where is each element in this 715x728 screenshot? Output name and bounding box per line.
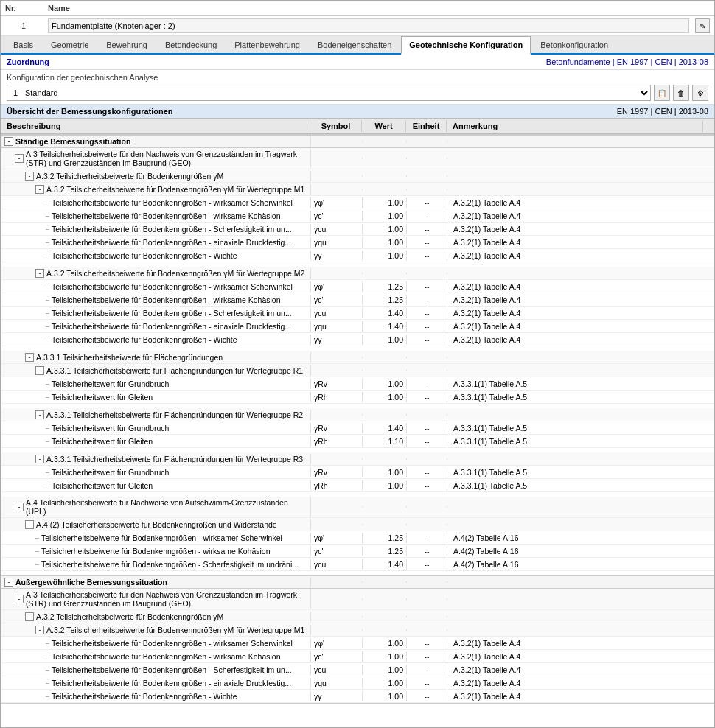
expand-icon[interactable]: - (15, 503, 24, 511)
list-item[interactable]: –Teilsicherheitswert für GleitenγRh1.10-… (1, 435, 714, 448)
list-item[interactable]: –Teilsicherheitsbeiwerte für Bodenkenngr… (1, 280, 714, 293)
list-item[interactable]: –Teilsicherheitsbeiwerte für Bodenkenngr… (1, 196, 714, 209)
tree-group[interactable]: -A.3 Teilsicherheitsbeiwerte für den Nac… (1, 589, 714, 610)
tree-wrapper: -Ständige Bemessungssituation-A.3 Teilsi… (1, 134, 714, 727)
row-label: Teilsicherheitsbeiwerte für Bodenkenngrö… (52, 322, 291, 331)
row-label: Teilsicherheitsbeiwerte für Bodenkenngrö… (52, 639, 293, 648)
tree-group[interactable]: -A.3.2 Teilsicherheitsbeiwerte für Boden… (1, 169, 714, 183)
row-unit (407, 273, 447, 274)
row-note: A.3.2(1) Tabelle A.4 (447, 678, 714, 688)
list-item[interactable]: –Teilsicherheitsbeiwerte für Bodenkenngr… (1, 545, 714, 558)
list-item[interactable]: –Teilsicherheitsbeiwerte für Bodenkenngr… (1, 223, 714, 236)
tab-basis[interactable]: Basis (5, 36, 41, 53)
config-delete-btn[interactable]: 🗑 (673, 85, 689, 101)
list-item[interactable]: –Teilsicherheitsbeiwerte für Bodenkenngr… (1, 307, 714, 320)
expand-icon[interactable]: - (4, 137, 13, 146)
expand-icon[interactable]: - (35, 410, 44, 419)
tree-group[interactable]: -A.3.3.1 Teilsicherheitsbeiwerte für Flä… (1, 408, 714, 421)
tree-group[interactable]: -A.3 Teilsicherheitsbeiwerte für den Nac… (1, 148, 714, 169)
config-select[interactable]: 1 - Standard (7, 85, 651, 101)
expand-icon[interactable]: - (15, 154, 24, 163)
header-row: Nr. Name (1, 1, 714, 16)
row-unit: -- (407, 423, 447, 433)
expand-icon[interactable]: - (4, 578, 13, 587)
tree-group[interactable]: -A.3.2 Teilsicherheitsbeiwerte für Boden… (1, 610, 714, 623)
list-item[interactable]: –Teilsicherheitsbeiwerte für Bodenkenngr… (1, 637, 714, 650)
tab-bewehrung[interactable]: Bewehrung (98, 36, 156, 53)
row-note: A.4(2) Tabelle A.16 (447, 546, 714, 556)
row-label: A.4 (2) Teilsicherheitsbeiwerte für Bode… (36, 520, 277, 529)
row-value (363, 175, 407, 177)
list-item[interactable]: –Teilsicherheitsbeiwerte für Bodenkenngr… (1, 690, 714, 703)
tree-group[interactable]: -A.3.3.1 Teilsicherheitsbeiwerte für Flä… (1, 452, 714, 466)
tab-betondeckung[interactable]: Betondeckung (157, 36, 225, 53)
row-symbol (311, 458, 363, 460)
name-column-header: Name (48, 4, 710, 13)
tree-group[interactable]: -A.3.2 Teilsicherheitsbeiwerte für Boden… (1, 623, 714, 637)
row-unit (407, 370, 447, 371)
row-symbol (311, 189, 363, 190)
config-settings-btn[interactable]: ⚙ (692, 85, 708, 101)
expand-icon[interactable]: - (25, 520, 34, 529)
expand-icon[interactable]: - (25, 172, 34, 181)
list-item[interactable]: –Teilsicherheitsbeiwerte für Bodenkenngr… (1, 236, 714, 249)
tree-group[interactable]: -A.3.2 Teilsicherheitsbeiwerte für Boden… (1, 183, 714, 196)
expand-icon[interactable]: - (25, 353, 34, 362)
list-item[interactable]: –Teilsicherheitsbeiwerte für Bodenkenngr… (1, 650, 714, 663)
row-value (363, 158, 407, 159)
tree-group[interactable]: -A.3.3.1 Teilsicherheitsbeiwerte für Flä… (1, 351, 714, 364)
row-value: 1.40 (363, 321, 407, 332)
tab-geometrie[interactable]: Geometrie (43, 36, 97, 53)
leaf-dash: – (35, 534, 39, 542)
list-item[interactable]: –Teilsicherheitsbeiwerte für Bodenkenngr… (1, 320, 714, 333)
row-unit: -- (407, 392, 447, 402)
leaf-dash: – (46, 469, 49, 476)
list-item[interactable]: –Teilsicherheitswert für GleitenγRh1.00-… (1, 479, 714, 492)
tab-geotechnische[interactable]: Geotechnische Konfiguration (401, 36, 531, 55)
list-item[interactable]: –Teilsicherheitswert für GleitenγRh1.00-… (1, 391, 714, 404)
list-item[interactable]: –Teilsicherheitsbeiwerte für Bodenkenngr… (1, 676, 714, 690)
row-label: Teilsicherheitsbeiwerte für Bodenkenngrö… (52, 198, 293, 207)
tree-group[interactable]: -A.3.3.1 Teilsicherheitsbeiwerte für Flä… (1, 364, 714, 377)
expand-icon[interactable]: - (35, 269, 44, 278)
leaf-dash: – (46, 323, 49, 330)
row-label: A.3.3.1 Teilsicherheitsbeiwerte für Fläc… (36, 353, 223, 362)
list-item[interactable]: –Teilsicherheitswert für GrundbruchγRv1.… (1, 466, 714, 479)
edit-button[interactable]: ✎ (695, 18, 710, 33)
expand-icon[interactable]: - (35, 626, 44, 634)
row-note: A.3.2(1) Tabelle A.4 (447, 224, 714, 234)
tree-group[interactable]: -A.4 (2) Teilsicherheitsbeiwerte für Bod… (1, 518, 714, 531)
list-item[interactable]: –Teilsicherheitsbeiwerte für Bodenkenngr… (1, 249, 714, 262)
list-item[interactable]: –Teilsicherheitsbeiwerte für Bodenkenngr… (1, 209, 714, 223)
tree-container[interactable]: -Ständige Bemessungssituation-A.3 Teilsi… (1, 134, 714, 704)
expand-icon[interactable]: - (15, 595, 24, 603)
tab-bodeneigenschaften[interactable]: Bodeneigenschaften (310, 36, 400, 53)
row-label: Teilsicherheitsbeiwerte für Bodenkenngrö… (52, 295, 281, 304)
tab-betonkonfiguration[interactable]: Betonkonfiguration (532, 36, 616, 53)
expand-icon[interactable]: - (25, 612, 34, 621)
tree-group[interactable]: -A.4 Teilsicherheitsbeiwerte für Nachwei… (1, 497, 714, 518)
tree-group[interactable]: -A.3.2 Teilsicherheitsbeiwerte für Boden… (1, 267, 714, 280)
row-unit (407, 175, 447, 177)
list-item[interactable]: –Teilsicherheitsbeiwerte für Bodenkenngr… (1, 293, 714, 307)
leaf-dash: – (46, 225, 49, 233)
list-item[interactable]: –Teilsicherheitswert für GrundbruchγRv1.… (1, 377, 714, 391)
row-label: Teilsicherheitswert für Grundbruch (52, 468, 169, 477)
expand-icon[interactable]: - (35, 185, 44, 194)
expand-icon[interactable]: - (35, 455, 44, 463)
list-item[interactable]: –Teilsicherheitsbeiwerte für Bodenkenngr… (1, 333, 714, 346)
tree-group[interactable]: -Außergewöhnliche Bemessungssituation (1, 575, 714, 589)
tab-plattenbewehrung[interactable]: Plattenbewehrung (226, 36, 308, 53)
list-item[interactable]: –Teilsicherheitsbeiwerte für Bodenkenngr… (1, 531, 714, 545)
row-note: A.3.3.1(1) Tabelle A.5 (447, 379, 714, 389)
tree-group[interactable]: -Ständige Bemessungssituation (1, 135, 714, 148)
expand-icon[interactable]: - (35, 366, 44, 375)
list-item[interactable]: –Teilsicherheitsbeiwerte für Bodenkenngr… (1, 558, 714, 571)
list-item[interactable]: –Teilsicherheitswert für GrundbruchγRv1.… (1, 421, 714, 435)
config-copy-btn[interactable]: 📋 (654, 85, 670, 101)
row-value (363, 598, 407, 600)
row-symbol (311, 524, 363, 525)
row-unit: -- (407, 436, 447, 447)
row-note: A.3.2(1) Tabelle A.4 (447, 251, 714, 261)
list-item[interactable]: –Teilsicherheitsbeiwerte für Bodenkenngr… (1, 663, 714, 676)
